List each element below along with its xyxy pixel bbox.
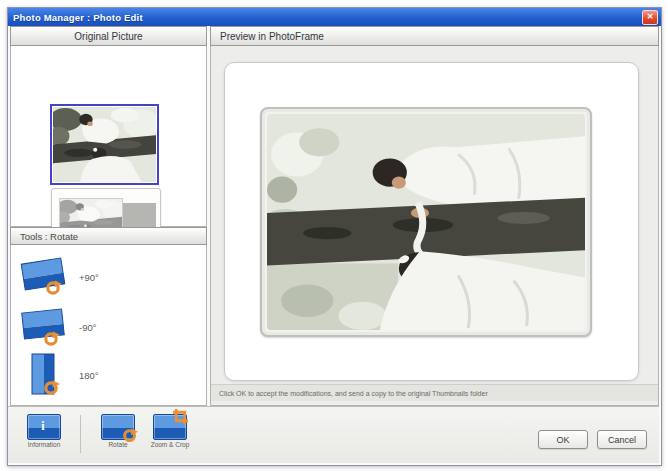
information-icon: i (27, 414, 61, 440)
zoom-crop-label: Zoom & Crop (144, 441, 196, 448)
rotate-tool[interactable]: Rotate (92, 411, 144, 459)
rotate-plus90-button[interactable]: +90° (19, 253, 199, 301)
rotate-180-label: 180° (79, 370, 99, 381)
information-tool[interactable]: i Information (18, 411, 70, 459)
original-picture-header: Original Picture (10, 26, 207, 46)
tools-rotate-header: Tools : Rotate (10, 227, 207, 245)
rotate-minus90-icon (19, 304, 69, 350)
thumbnail-original-selected[interactable] (50, 104, 159, 185)
photoframe-card (224, 62, 639, 381)
zoom-crop-tool[interactable]: Zoom & Crop (144, 411, 196, 459)
preview-header: Preview in PhotoFrame (210, 26, 659, 46)
status-message-text: Click OK to accept the modifications, an… (219, 390, 488, 397)
tools-rotate-header-label: Tools : Rotate (20, 231, 78, 242)
window-title: Photo Manager : Photo Edit (13, 12, 143, 23)
rotate-plus90-label: +90° (79, 272, 99, 283)
preview-header-label: Preview in PhotoFrame (220, 31, 324, 42)
rotate-180-button[interactable]: 180° (19, 351, 199, 399)
screenshot-stage: Photo Manager : Photo Edit ✕ Original Pi… (0, 0, 668, 471)
toolbar-divider (80, 415, 81, 453)
rotated-preview-photo[interactable] (267, 114, 585, 330)
rotate-plus90-icon (19, 254, 69, 300)
photo-edit-dialog: Photo Manager : Photo Edit ✕ Original Pi… (7, 7, 662, 466)
rotate-minus90-label: -90° (79, 322, 97, 333)
status-message: Click OK to accept the modifications, an… (211, 384, 658, 401)
photo-frame-bezel (260, 107, 592, 337)
title-bar[interactable]: Photo Manager : Photo Edit ✕ (8, 8, 661, 26)
bottom-toolbar: i Information Rotate Zoom & Crop OK (8, 406, 659, 463)
cancel-button[interactable]: Cancel (597, 430, 647, 449)
rotate-tool-icon (101, 414, 135, 440)
rotate-180-icon (19, 352, 69, 398)
ok-button[interactable]: OK (538, 430, 588, 449)
wedding-photo-thumbnail (53, 107, 156, 182)
zoom-crop-icon (153, 414, 187, 440)
original-picture-header-label: Original Picture (74, 31, 142, 42)
rotate-minus90-button[interactable]: -90° (19, 303, 199, 351)
rotate-tools-panel: +90° -90° (10, 245, 207, 406)
close-icon[interactable]: ✕ (642, 10, 658, 25)
thumbnail-list (10, 46, 207, 227)
information-label: Information (18, 441, 70, 448)
